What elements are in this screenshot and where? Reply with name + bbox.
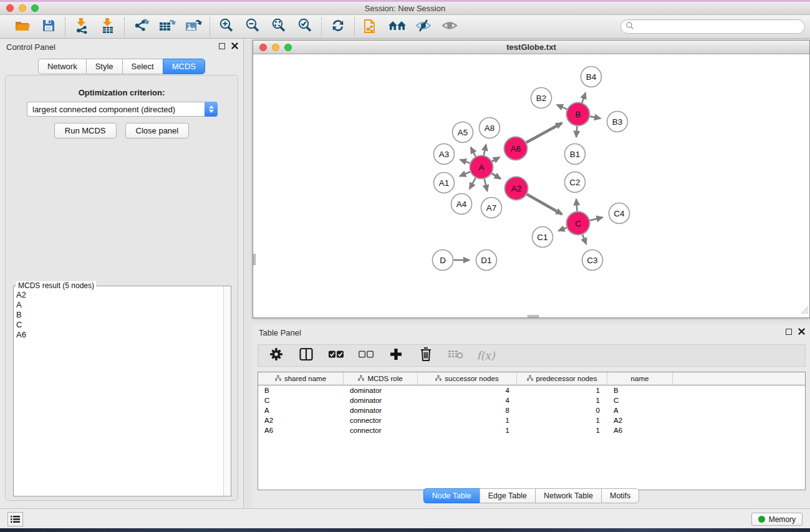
table-settings-button[interactable] (268, 347, 284, 364)
table-cell[interactable]: A6 (607, 425, 673, 435)
graph-node-B2[interactable]: B2 (531, 88, 552, 109)
graph-edge-C-C1[interactable] (559, 228, 567, 231)
table-cell[interactable]: dominator (344, 385, 418, 395)
optimization-criterion-select[interactable]: largest connected component (directed) (27, 102, 218, 117)
graph-edge-B-B1[interactable] (576, 126, 577, 137)
table-cell[interactable]: C (258, 395, 344, 405)
network-vertical-scrollbar[interactable] (253, 254, 256, 265)
table-cell[interactable]: connector (344, 415, 418, 425)
graph-node-B4[interactable]: B4 (581, 67, 602, 87)
column-panel-button[interactable] (298, 347, 314, 364)
graph-node-B[interactable]: B (567, 103, 590, 126)
graph-node-A6[interactable]: A6 (504, 137, 528, 160)
table-row[interactable]: Cdominator41C (258, 395, 805, 405)
mcds-result-item[interactable]: A (16, 300, 223, 310)
home-views-button[interactable] (387, 17, 407, 36)
graph-node-D1[interactable]: D1 (476, 250, 497, 271)
table-cell[interactable]: 4 (418, 385, 517, 395)
zoom-selected-button[interactable] (295, 17, 315, 36)
network-file-button[interactable] (361, 17, 381, 36)
network-window-titlebar[interactable]: testGlobe.txt (253, 41, 809, 54)
select-all-rows-button[interactable] (328, 347, 344, 364)
graph-edge-A-A4[interactable] (470, 178, 476, 189)
graph-edge-C-C3[interactable] (582, 235, 586, 244)
refresh-button[interactable] (328, 17, 348, 36)
graph-node-A3[interactable]: A3 (434, 144, 455, 165)
tab-node-table[interactable]: Node Table (423, 488, 480, 503)
graph-edge-B-B3[interactable] (590, 117, 600, 118)
table-cell[interactable]: dominator (344, 395, 418, 405)
table-cell[interactable]: 1 (418, 425, 517, 435)
mcds-result-item[interactable]: A2 (16, 290, 223, 300)
tab-style[interactable]: Style (86, 59, 122, 74)
add-column-button[interactable] (388, 347, 404, 364)
open-file-button[interactable] (12, 17, 32, 36)
graph-node-A5[interactable]: A5 (453, 122, 473, 143)
graph-edge-A-A8[interactable] (484, 145, 486, 155)
table-row[interactable]: A6connector11A6 (258, 425, 805, 435)
search-input[interactable] (634, 21, 804, 32)
hide-details-button[interactable] (413, 17, 433, 36)
graph-node-D[interactable]: D (433, 250, 453, 271)
import-table-button[interactable] (98, 17, 118, 36)
zoom-in-button[interactable] (216, 17, 236, 36)
float-panel-button[interactable] (219, 43, 225, 49)
table-cell[interactable]: 1 (418, 415, 517, 425)
table-cell[interactable]: A2 (607, 415, 673, 425)
graph-node-B3[interactable]: B3 (607, 112, 628, 132)
table-cell[interactable]: 1 (517, 395, 607, 405)
export-table-button[interactable] (157, 17, 177, 36)
tab-network-table[interactable]: Network Table (535, 488, 601, 503)
close-panel-button[interactable]: Close panel (125, 123, 190, 138)
mcds-result-scrollbar[interactable] (223, 286, 231, 496)
graph-edge-B-B4[interactable] (582, 93, 586, 103)
graph-node-C[interactable]: C (567, 212, 590, 235)
graph-node-C1[interactable]: C1 (533, 227, 553, 248)
graph-node-C3[interactable]: C3 (582, 250, 603, 271)
table-cell[interactable]: 0 (517, 405, 607, 415)
table-cell[interactable]: 1 (517, 425, 607, 435)
export-image-button[interactable] (183, 17, 203, 36)
network-horizontal-scrollbar[interactable] (528, 315, 539, 317)
table-cell[interactable]: A (607, 405, 673, 415)
table-cell[interactable]: 1 (517, 415, 607, 425)
column-header-MCDS-role[interactable]: MCDS role (344, 372, 418, 385)
column-header-name[interactable]: name (607, 372, 673, 385)
task-history-button[interactable] (7, 512, 23, 526)
table-cell[interactable]: A2 (258, 415, 344, 425)
graph-node-A2[interactable]: A2 (505, 177, 528, 200)
graph-edge-B-B2[interactable] (557, 105, 567, 109)
zoom-fit-button[interactable] (269, 17, 289, 36)
deselect-all-rows-button[interactable] (358, 347, 374, 364)
graph-node-C2[interactable]: C2 (565, 172, 586, 193)
table-row[interactable]: Bdominator41B (258, 385, 805, 395)
graph-node-A4[interactable]: A4 (451, 194, 472, 215)
network-canvas[interactable]: B4 B2 B B3 A8 A5 A6 A3 B1 A A1 C2 A2 A4 … (253, 54, 809, 317)
table-cell[interactable]: C (607, 395, 673, 405)
table-cell[interactable]: 8 (418, 405, 517, 415)
tab-motifs[interactable]: Motifs (601, 488, 639, 503)
memory-button[interactable]: Memory (751, 513, 803, 526)
show-eye-button[interactable] (440, 17, 460, 36)
graph-node-A1[interactable]: A1 (434, 173, 455, 193)
graph-edge-A-A3[interactable] (460, 160, 470, 163)
graph-edge-A2-C[interactable] (527, 195, 562, 215)
float-table-panel-button[interactable] (786, 329, 792, 335)
table-cell[interactable]: A6 (258, 425, 344, 435)
graph-edge-C-C4[interactable] (590, 218, 602, 221)
graph-edge-A-A5[interactable] (471, 147, 476, 157)
graph-edge-A-A6[interactable] (492, 157, 499, 162)
graph-node-A7[interactable]: A7 (481, 198, 502, 218)
table-cell[interactable]: 1 (517, 385, 607, 395)
close-table-panel-button[interactable] (798, 328, 805, 335)
graph-edge-C-C2[interactable] (576, 199, 577, 211)
graph-edge-A-A2[interactable] (492, 173, 501, 179)
window-resize-grip[interactable] (801, 306, 809, 317)
tab-edge-table[interactable]: Edge Table (480, 488, 535, 503)
tab-network[interactable]: Network (38, 59, 86, 74)
zoom-out-button[interactable] (243, 17, 263, 36)
export-network-button[interactable] (131, 17, 151, 36)
table-row[interactable]: A2connector11A2 (258, 415, 805, 425)
mcds-result-item[interactable]: B (16, 310, 223, 320)
graph-edge-A-A7[interactable] (485, 179, 488, 191)
